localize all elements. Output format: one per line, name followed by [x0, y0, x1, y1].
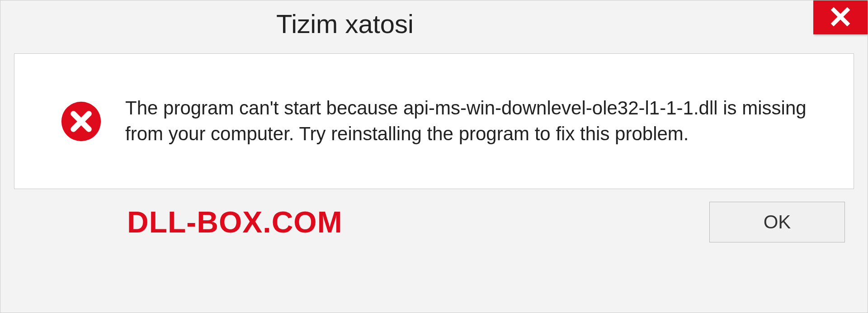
- close-button[interactable]: [813, 0, 868, 34]
- dialog-content: The program can't start because api-ms-w…: [14, 53, 854, 189]
- ok-button-label: OK: [764, 211, 791, 233]
- dialog-footer: DLL-BOX.COM OK: [0, 189, 868, 242]
- dialog-titlebar: Tizim xatosi: [0, 0, 868, 39]
- watermark-text: DLL-BOX.COM: [19, 205, 343, 239]
- ok-button[interactable]: OK: [709, 202, 845, 242]
- error-icon: [60, 100, 103, 143]
- error-message: The program can't start because api-ms-w…: [125, 95, 826, 147]
- dialog-title: Tizim xatosi: [0, 0, 414, 39]
- close-icon: [829, 5, 852, 30]
